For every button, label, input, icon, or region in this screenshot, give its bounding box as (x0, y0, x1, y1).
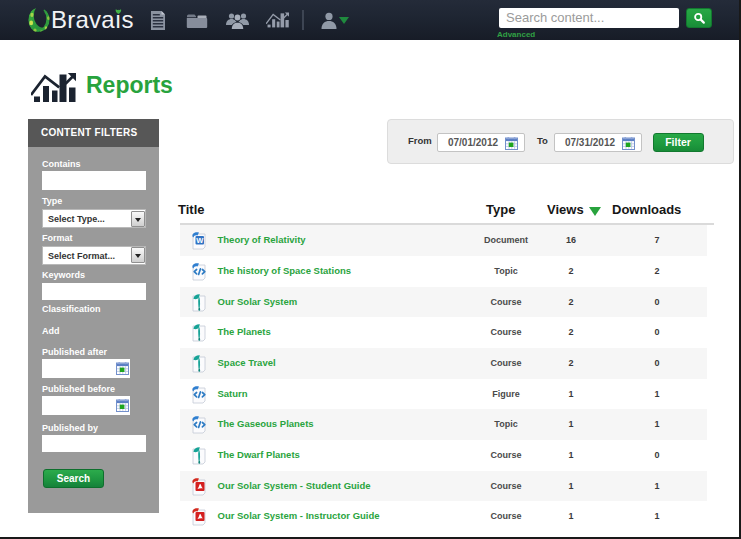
svg-text:W: W (196, 236, 204, 245)
